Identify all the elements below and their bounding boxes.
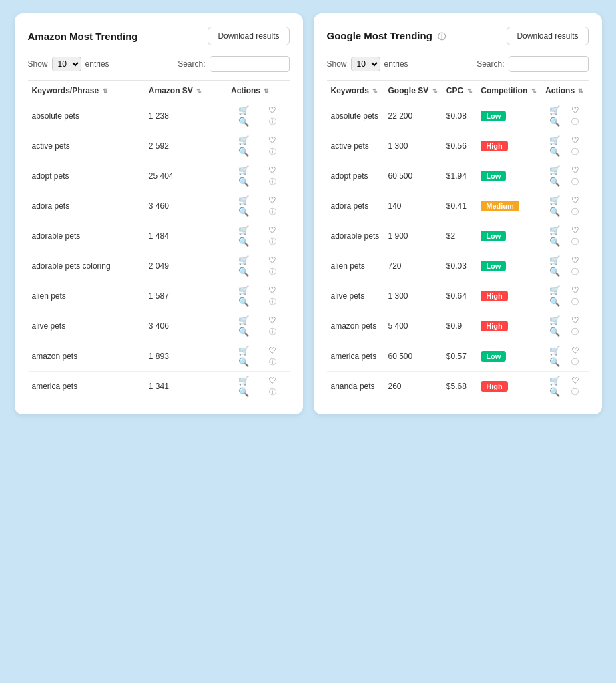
heart-icon[interactable]: ♡ <box>260 255 286 265</box>
google-table-row: alive pets 1 300 $0.64 High 🛒 ♡ 🔍 ⓘ <box>327 281 589 311</box>
cart-icon[interactable]: 🛒 <box>545 225 563 235</box>
heart-icon[interactable]: ♡ <box>260 195 286 205</box>
g-competition-sort-icon[interactable]: ⇅ <box>531 88 537 95</box>
cart-icon[interactable]: 🛒 <box>231 285 257 295</box>
heart-icon[interactable]: ♡ <box>566 105 584 115</box>
cart-icon[interactable]: 🛒 <box>545 165 563 175</box>
cart-icon[interactable]: 🛒 <box>231 165 257 175</box>
info-icon[interactable]: ⓘ <box>260 237 286 247</box>
amazon-entries-select[interactable]: 10 25 50 <box>52 57 81 71</box>
search-icon[interactable]: 🔍 <box>545 117 563 127</box>
search-icon[interactable]: 🔍 <box>231 147 257 157</box>
cart-icon[interactable]: 🛒 <box>545 135 563 145</box>
info-icon[interactable]: ⓘ <box>260 207 286 217</box>
info-icon[interactable]: ⓘ <box>566 267 584 277</box>
info-icon[interactable]: ⓘ <box>260 297 286 307</box>
info-icon[interactable]: ⓘ <box>260 177 286 187</box>
g-actions-sort-icon[interactable]: ⇅ <box>578 88 583 95</box>
heart-icon[interactable]: ♡ <box>566 225 584 235</box>
cart-icon[interactable]: 🛒 <box>231 315 257 325</box>
keyword-sort-icon[interactable]: ⇅ <box>103 88 108 95</box>
info-icon[interactable]: ⓘ <box>566 297 584 307</box>
heart-icon[interactable]: ♡ <box>260 165 286 175</box>
search-icon[interactable]: 🔍 <box>545 267 563 277</box>
heart-icon[interactable]: ♡ <box>260 105 286 115</box>
info-icon[interactable]: ⓘ <box>566 327 584 337</box>
google-cpc-cell: $0.08 <box>442 101 477 131</box>
heart-icon[interactable]: ♡ <box>260 315 286 325</box>
search-icon[interactable]: 🔍 <box>545 237 563 247</box>
search-icon[interactable]: 🔍 <box>231 387 257 397</box>
search-icon[interactable]: 🔍 <box>545 207 563 217</box>
competition-badge: Low <box>481 171 506 181</box>
cart-icon[interactable]: 🛒 <box>231 135 257 145</box>
heart-icon[interactable]: ♡ <box>566 255 584 265</box>
search-icon[interactable]: 🔍 <box>545 357 563 367</box>
search-icon[interactable]: 🔍 <box>545 147 563 157</box>
search-icon[interactable]: 🔍 <box>231 267 257 277</box>
heart-icon[interactable]: ♡ <box>566 135 584 145</box>
cart-icon[interactable]: 🛒 <box>231 195 257 205</box>
heart-icon[interactable]: ♡ <box>260 285 286 295</box>
google-search-input[interactable] <box>509 56 589 72</box>
cart-icon[interactable]: 🛒 <box>231 225 257 235</box>
search-icon[interactable]: 🔍 <box>545 177 563 187</box>
sv-sort-icon[interactable]: ⇅ <box>196 88 202 95</box>
heart-icon[interactable]: ♡ <box>260 225 286 235</box>
search-icon[interactable]: 🔍 <box>545 297 563 307</box>
cart-icon[interactable]: 🛒 <box>545 105 563 115</box>
search-icon[interactable]: 🔍 <box>231 327 257 337</box>
cart-icon[interactable]: 🛒 <box>231 376 257 386</box>
info-icon[interactable]: ⓘ <box>260 327 286 337</box>
heart-icon[interactable]: ♡ <box>566 195 584 205</box>
g-cpc-sort-icon[interactable]: ⇅ <box>467 88 473 95</box>
heart-icon[interactable]: ♡ <box>260 135 286 145</box>
g-keyword-sort-icon[interactable]: ⇅ <box>372 88 378 95</box>
amazon-download-button[interactable]: Download results <box>208 27 289 45</box>
heart-icon[interactable]: ♡ <box>566 165 584 175</box>
cart-icon[interactable]: 🛒 <box>545 195 563 205</box>
info-icon[interactable]: ⓘ <box>566 237 584 247</box>
info-icon[interactable]: ⓘ <box>566 207 584 217</box>
heart-icon[interactable]: ♡ <box>566 285 584 295</box>
amazon-search-input[interactable] <box>210 56 290 72</box>
heart-icon[interactable]: ♡ <box>566 315 584 325</box>
heart-icon[interactable]: ♡ <box>260 346 286 356</box>
search-icon[interactable]: 🔍 <box>231 177 257 187</box>
cart-icon[interactable]: 🛒 <box>545 315 563 325</box>
cart-icon[interactable]: 🛒 <box>231 105 257 115</box>
search-icon[interactable]: 🔍 <box>231 207 257 217</box>
actions-sort-icon[interactable]: ⇅ <box>264 88 269 95</box>
cart-icon[interactable]: 🛒 <box>545 376 563 386</box>
google-entries-select[interactable]: 10 25 50 <box>351 57 380 71</box>
info-icon[interactable]: ⓘ <box>260 117 286 127</box>
info-icon[interactable]: ⓘ <box>566 117 584 127</box>
info-icon[interactable]: ⓘ <box>566 147 584 157</box>
google-sv-cell: 720 <box>384 251 442 281</box>
info-icon[interactable]: ⓘ <box>260 147 286 157</box>
cart-icon[interactable]: 🛒 <box>545 285 563 295</box>
info-icon[interactable]: ⓘ <box>260 357 286 367</box>
info-icon[interactable]: ⓘ <box>260 267 286 277</box>
info-icon[interactable]: ⓘ <box>566 177 584 187</box>
amazon-sv-cell: 1 484 <box>145 221 227 251</box>
info-icon[interactable]: ⓘ <box>566 357 584 367</box>
search-icon[interactable]: 🔍 <box>231 297 257 307</box>
heart-icon[interactable]: ♡ <box>566 346 584 356</box>
search-icon[interactable]: 🔍 <box>231 237 257 247</box>
g-sv-sort-icon[interactable]: ⇅ <box>432 88 438 95</box>
cart-icon[interactable]: 🛒 <box>545 346 563 356</box>
search-icon[interactable]: 🔍 <box>231 357 257 367</box>
heart-icon[interactable]: ♡ <box>566 376 584 386</box>
google-download-button[interactable]: Download results <box>507 27 588 45</box>
search-icon[interactable]: 🔍 <box>545 387 563 397</box>
info-icon[interactable]: ⓘ <box>566 387 584 397</box>
cart-icon[interactable]: 🛒 <box>231 346 257 356</box>
info-icon[interactable]: ⓘ <box>260 387 286 397</box>
search-icon[interactable]: 🔍 <box>545 327 563 337</box>
cart-icon[interactable]: 🛒 <box>545 255 563 265</box>
cart-icon[interactable]: 🛒 <box>231 255 257 265</box>
search-icon[interactable]: 🔍 <box>231 117 257 127</box>
heart-icon[interactable]: ♡ <box>260 376 286 386</box>
google-info-icon[interactable]: ⓘ <box>438 32 446 41</box>
